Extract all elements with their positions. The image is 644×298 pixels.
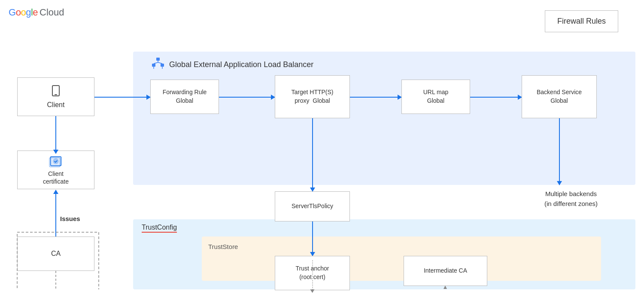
trustconfig-label: TrustConfig — [142, 224, 177, 233]
arrow-backend-to-multi — [559, 118, 560, 185]
multiple-backends-label: Multiple backends(in different zones) — [544, 190, 598, 207]
lb-icon — [150, 57, 166, 72]
url-map-box: URL mapGlobal — [401, 80, 470, 114]
issues-label: Issues — [60, 215, 80, 222]
truststore-background — [202, 237, 601, 281]
diagram: Global External Application Load Balance… — [9, 52, 635, 289]
truststore-label: TrustStore — [208, 243, 238, 250]
forwarding-rule-box: Forwarding RuleGlobal — [150, 80, 219, 114]
ca-box: CA — [17, 237, 94, 271]
url-map-label: URL mapGlobal — [423, 88, 449, 105]
client-cert-label: Clientcertificate — [43, 170, 69, 185]
arrow-issues — [55, 190, 56, 237]
lb-label: Global External Application Load Balance… — [150, 57, 313, 72]
client-cert-box: Clientcertificate — [17, 151, 94, 189]
intermediate-ca-box: Intermediate CA — [404, 256, 487, 286]
svg-rect-9 — [55, 94, 57, 95]
firewall-rules-label: Firewall Rules — [557, 17, 606, 25]
google-logo: Google — [9, 7, 38, 18]
server-tls-policy-label: ServerTlsPolicy — [292, 202, 333, 211]
target-proxy-label: Target HTTP(S)proxy Global — [291, 88, 333, 105]
client-icon — [49, 84, 63, 98]
svg-rect-1 — [152, 64, 155, 67]
target-proxy-box: Target HTTP(S)proxy Global — [275, 75, 350, 118]
client-cert-icon — [48, 154, 64, 168]
svg-line-4 — [154, 62, 158, 64]
cloud-text: Cloud — [39, 7, 64, 18]
arrow-client-to-cert-head — [53, 150, 58, 154]
forwarding-rule-label: Forwarding RuleGlobal — [163, 88, 207, 105]
arrow-forwarding-to-proxy — [219, 97, 275, 98]
lb-title-text: Global External Application Load Balance… — [169, 60, 313, 69]
header: Google Cloud — [9, 7, 64, 18]
intermediate-ca-label: Intermediate CA — [424, 267, 467, 275]
svg-line-5 — [158, 62, 162, 64]
firewall-rules-box[interactable]: Firewall Rules — [545, 10, 618, 32]
dashed-ca-to-trust-anchor — [312, 260, 313, 292]
backend-service-label: Backend ServiceGlobal — [537, 88, 582, 105]
arrow-tls-to-trust — [312, 221, 313, 256]
arrow-client-to-forwarding — [94, 97, 150, 98]
arrow-proxy-to-urlmap — [350, 97, 401, 98]
server-tls-policy-box: ServerTlsPolicy — [275, 191, 350, 221]
svg-point-12 — [53, 159, 58, 164]
svg-rect-2 — [161, 64, 164, 67]
backend-service-box: Backend ServiceGlobal — [522, 75, 597, 118]
svg-rect-0 — [156, 58, 160, 61]
arrow-urlmap-to-backend — [470, 97, 522, 98]
arrow-proxy-to-tls — [312, 118, 313, 191]
ca-label: CA — [51, 249, 61, 258]
multiple-backends-text: Multiple backends(in different zones) — [528, 189, 614, 209]
client-label: Client — [47, 100, 65, 110]
arrow-client-to-cert — [55, 116, 56, 151]
client-box: Client — [17, 77, 94, 116]
